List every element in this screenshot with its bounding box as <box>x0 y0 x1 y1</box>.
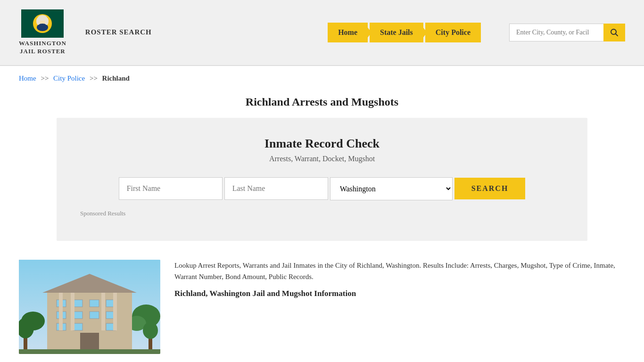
svg-rect-16 <box>90 300 99 307</box>
breadcrumb-sep2: >> <box>90 74 98 82</box>
svg-rect-31 <box>19 349 160 354</box>
last-name-input[interactable] <box>224 177 328 200</box>
first-name-input[interactable] <box>119 177 223 200</box>
search-submit-button[interactable]: SEARCH <box>454 178 526 199</box>
site-logo-link[interactable]: WASHINGTON JAIL ROSTER <box>19 9 66 56</box>
svg-line-8 <box>616 33 618 36</box>
svg-rect-28 <box>71 293 74 330</box>
svg-point-6 <box>45 17 49 25</box>
content-section: Lookup Arrest Reports, Warrants and Jail… <box>0 255 644 362</box>
nav-home-button[interactable]: Home <box>328 23 368 42</box>
record-check-title: Inmate Record Check <box>75 137 569 151</box>
page-title: Richland Arrests and Mugshots <box>0 91 644 118</box>
content-subheading: Richland, Washington Jail and Mugshot In… <box>174 287 625 300</box>
header-search-button[interactable] <box>603 24 625 41</box>
site-header: WASHINGTON JAIL ROSTER ROSTER SEARCH Hom… <box>0 0 644 66</box>
state-select[interactable]: AlabamaAlaskaArizonaArkansasCaliforniaCo… <box>330 177 453 200</box>
wa-flag-icon <box>21 9 64 38</box>
search-icon <box>610 28 619 37</box>
content-description-area: Lookup Arrest Reports, Warrants and Jail… <box>174 260 625 354</box>
svg-point-35 <box>143 322 158 339</box>
breadcrumb-current: Richland <box>102 74 130 82</box>
content-description: Lookup Arrest Reports, Warrants and Jail… <box>174 260 625 282</box>
sponsored-results-label: Sponsored Results <box>80 210 569 217</box>
svg-rect-20 <box>90 312 99 319</box>
breadcrumb-home-link[interactable]: Home <box>19 74 36 82</box>
record-check-form: AlabamaAlaskaArizonaArkansasCaliforniaCo… <box>75 177 569 200</box>
svg-rect-30 <box>113 293 117 330</box>
logo-text: WASHINGTON JAIL ROSTER <box>19 40 66 56</box>
breadcrumb: Home >> City Police >> Richland <box>0 66 644 91</box>
city-image <box>19 260 160 354</box>
record-check-subtitle: Arrests, Warrant, Docket, Mugshot <box>75 155 569 163</box>
record-check-section: Inmate Record Check Arrests, Warrant, Do… <box>57 118 587 241</box>
header-search-area <box>509 24 625 41</box>
svg-rect-27 <box>59 293 63 330</box>
breadcrumb-city-police-link[interactable]: City Police <box>53 74 85 82</box>
header-search-input[interactable] <box>509 24 603 41</box>
building-illustration <box>19 260 160 354</box>
nav-state-jails-button[interactable]: State Jails <box>370 23 423 42</box>
roster-search-label: ROSTER SEARCH <box>85 28 152 36</box>
nav-city-police-button[interactable]: City Police <box>425 23 481 42</box>
svg-rect-29 <box>101 293 105 330</box>
svg-point-5 <box>36 17 40 25</box>
main-nav: Home State Jails City Police <box>328 23 481 42</box>
breadcrumb-sep1: >> <box>41 74 49 82</box>
